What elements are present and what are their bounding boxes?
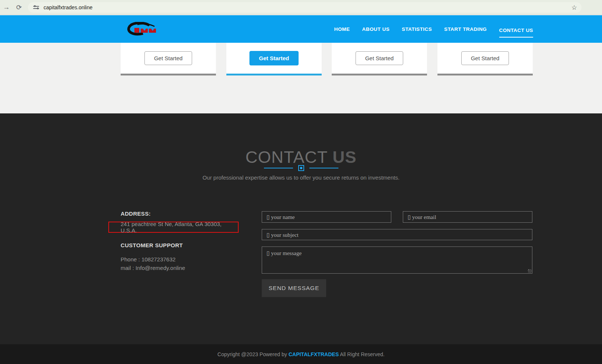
logo-graphic — [123, 22, 156, 36]
main-nav: HOME ABOUT US STATISTICS START TRADING C… — [334, 15, 533, 43]
site-settings-icon[interactable] — [33, 5, 40, 10]
copyright-prefix: Copyright @2023 Powered by — [217, 351, 289, 357]
message-field-wrap — [262, 247, 532, 274]
get-started-button-2[interactable]: Get Started — [249, 51, 299, 65]
nav-item-statistics[interactable]: STATISTICS — [402, 24, 432, 34]
section-subtitle: Our professional expertise allows us to … — [0, 174, 602, 181]
section-title-bold: US — [332, 148, 357, 167]
divider-line — [309, 168, 338, 168]
subject-input[interactable] — [262, 229, 532, 240]
plan-card: Get Started — [437, 43, 533, 75]
plans-section: Get Started Get Started Get Started Get … — [0, 43, 602, 113]
reload-icon[interactable]: ⟳ — [13, 3, 25, 12]
plan-card-featured: Get Started — [226, 43, 322, 75]
site-footer: Copyright @2023 Powered by CAPITALFXTRAD… — [0, 344, 602, 364]
send-message-button[interactable]: SEND MESSAGE — [262, 279, 326, 297]
forward-icon[interactable]: → — [0, 3, 13, 11]
section-title-light: CONTACT — [245, 148, 332, 167]
footer-brand-link[interactable]: CAPITALFXTRADES — [289, 351, 339, 357]
nav-item-about-us[interactable]: ABOUT US — [362, 24, 390, 34]
section-title: CONTACT US — [0, 148, 602, 167]
divider-line — [264, 168, 293, 168]
contact-section: CONTACT US Our professional expertise al… — [0, 113, 602, 344]
message-textarea[interactable] — [262, 247, 532, 274]
copyright-text: Copyright @2023 Powered by CAPITALFXTRAD… — [217, 351, 385, 357]
email-input[interactable] — [403, 211, 532, 223]
mail-text: mail : Info@remedy.online — [121, 265, 185, 271]
divider-square-icon — [298, 165, 304, 171]
nav-item-start-trading[interactable]: START TRADING — [444, 24, 487, 34]
nav-item-home[interactable]: HOME — [334, 24, 350, 34]
title-divider — [0, 165, 602, 171]
bookmark-star-icon[interactable]: ☆ — [571, 4, 577, 12]
address-bar[interactable]: capitalfxtrades.online ☆ — [28, 2, 582, 13]
nav-item-contact-us[interactable]: CONTACT US — [499, 25, 533, 38]
textarea-resize-handle[interactable] — [528, 269, 532, 273]
site-header: HOME ABOUT US STATISTICS START TRADING C… — [0, 15, 602, 43]
phone-text: Phone : 10827237632 — [121, 256, 176, 262]
customer-support-heading: CUSTOMER SUPPORT — [121, 242, 183, 248]
get-started-button-4[interactable]: Get Started — [461, 51, 509, 65]
site-logo[interactable] — [123, 22, 156, 38]
address-highlight-box: 241 peachtree St Ne, Atlanta, GA 30303, … — [108, 222, 239, 233]
copyright-suffix: All Right Reserved. — [339, 351, 385, 357]
get-started-button-1[interactable]: Get Started — [144, 51, 192, 65]
plan-card: Get Started — [332, 43, 427, 75]
address-text: 241 peachtree St Ne, Atlanta, GA 30303, … — [121, 221, 238, 233]
plan-card: Get Started — [121, 43, 216, 75]
browser-toolbar: → ⟳ capitalfxtrades.online ☆ — [0, 0, 602, 15]
address-heading: ADDRESS: — [121, 210, 151, 217]
name-input[interactable] — [262, 211, 391, 223]
url-text[interactable]: capitalfxtrades.online — [44, 4, 93, 10]
get-started-button-3[interactable]: Get Started — [356, 51, 404, 65]
